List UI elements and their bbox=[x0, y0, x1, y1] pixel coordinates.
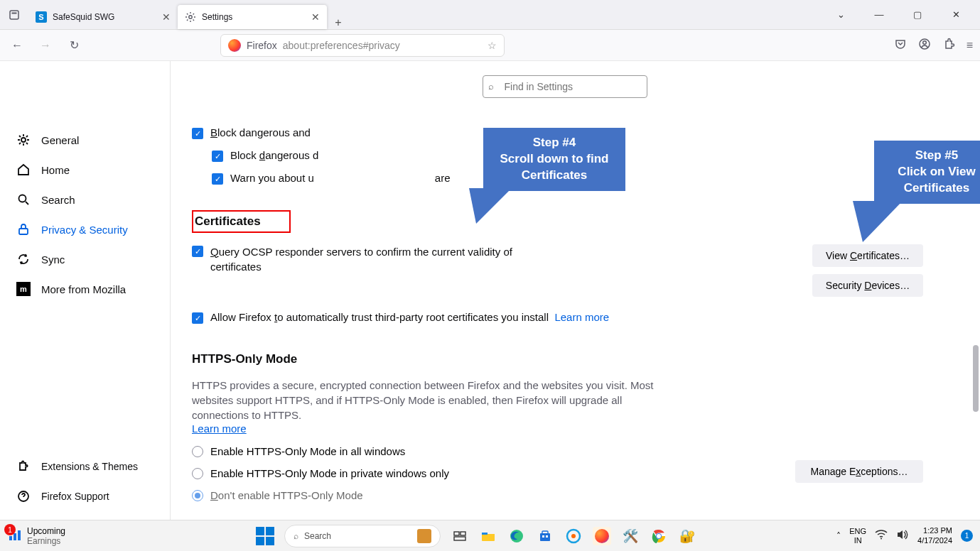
radio-https-dont-enable[interactable]: Don't enable HTTPS-Only Mode bbox=[192, 489, 937, 501]
settings-search-input[interactable] bbox=[483, 75, 647, 98]
sidebar-item-sync[interactable]: Sync bbox=[0, 244, 170, 274]
radio-checked-icon bbox=[192, 490, 203, 501]
url-bar[interactable]: Firefox about:preferences#privacy ☆ bbox=[220, 34, 505, 57]
tab-strip: S SafeSquid SWG ✕ Settings ✕ + bbox=[0, 0, 350, 29]
forward-button: → bbox=[36, 36, 55, 55]
checkbox-auto-trust-root-certs[interactable]: ✓ Allow Firefox to automatically trust t… bbox=[192, 311, 937, 324]
radio-unchecked-icon bbox=[192, 446, 203, 457]
app-icon-2[interactable]: 🛠️ bbox=[621, 527, 640, 545]
app-icon[interactable] bbox=[564, 527, 583, 545]
checkbox-checked-icon: ✓ bbox=[192, 312, 203, 324]
sync-icon bbox=[16, 251, 31, 267]
edge-icon[interactable] bbox=[507, 527, 526, 545]
svg-rect-20 bbox=[546, 535, 548, 538]
svg-point-22 bbox=[571, 534, 576, 538]
home-icon bbox=[16, 162, 31, 178]
sidebar-item-label: Firefox Support bbox=[41, 491, 109, 502]
checkbox-checked-icon: ✓ bbox=[212, 151, 223, 162]
maximize-button[interactable]: ▢ bbox=[903, 4, 932, 24]
identity-label: Firefox bbox=[247, 40, 277, 51]
callout-step-4: Step #4 Scroll down to find Certificates bbox=[483, 128, 625, 191]
account-icon[interactable] bbox=[918, 38, 931, 53]
wifi-icon[interactable] bbox=[875, 530, 888, 542]
svg-rect-7 bbox=[19, 229, 28, 234]
settings-main-panel: ⌕ ✓ Block dangerous and ✓ Block dangerou… bbox=[171, 61, 980, 520]
close-icon[interactable]: ✕ bbox=[162, 11, 171, 23]
sidebar-item-privacy[interactable]: Privacy & Security bbox=[0, 214, 170, 244]
reload-button[interactable]: ↻ bbox=[64, 36, 84, 55]
sidebar-item-support[interactable]: Firefox Support bbox=[0, 481, 170, 511]
security-devices-button[interactable]: Security Devices… bbox=[812, 274, 923, 297]
search-highlight-icon bbox=[417, 529, 431, 543]
gear-icon bbox=[185, 11, 196, 23]
extensions-icon[interactable] bbox=[942, 38, 955, 53]
task-view-icon[interactable] bbox=[451, 527, 469, 545]
search-icon: ⌕ bbox=[488, 81, 494, 92]
sidebar-item-label: Privacy & Security bbox=[41, 224, 128, 236]
minimize-button[interactable]: — bbox=[865, 4, 893, 24]
store-icon[interactable] bbox=[536, 527, 554, 545]
browser-titlebar: S SafeSquid SWG ✕ Settings ✕ + ⌄ — ▢ ✕ bbox=[0, 0, 980, 30]
taskbar-search[interactable]: ⌕ Search bbox=[284, 525, 441, 547]
checkbox-checked-icon: ✓ bbox=[212, 173, 223, 185]
tray-chevron-icon[interactable]: ˄ bbox=[836, 531, 841, 541]
search-icon: ⌕ bbox=[294, 531, 298, 541]
app-menu-icon[interactable]: ≡ bbox=[966, 39, 973, 52]
svg-rect-18 bbox=[542, 531, 548, 534]
new-tab-button[interactable]: + bbox=[327, 16, 350, 29]
close-icon[interactable]: ✕ bbox=[311, 11, 320, 23]
radio-https-all-windows[interactable]: Enable HTTPS-Only Mode in all windows bbox=[192, 445, 937, 457]
file-explorer-icon[interactable] bbox=[479, 527, 497, 545]
checkbox-checked-icon: ✓ bbox=[192, 128, 203, 139]
gear-icon bbox=[16, 132, 31, 148]
news-badge: 1 bbox=[4, 524, 16, 535]
manage-exceptions-button[interactable]: Manage Exceptions… bbox=[795, 460, 923, 483]
taskbar-clock[interactable]: 1:23 PM4/17/2024 bbox=[917, 526, 952, 545]
chrome-icon[interactable] bbox=[650, 527, 668, 545]
close-window-button[interactable]: ✕ bbox=[942, 4, 970, 24]
language-indicator[interactable]: ENGIN bbox=[849, 527, 866, 544]
svg-point-6 bbox=[19, 195, 26, 202]
svg-point-5 bbox=[21, 138, 26, 142]
page-scrollbar[interactable] bbox=[970, 61, 980, 515]
sidebar-item-label: Sync bbox=[41, 253, 65, 266]
svg-point-26 bbox=[881, 538, 882, 540]
https-only-heading: HTTPS-Only Mode bbox=[192, 352, 937, 366]
tab-settings[interactable]: Settings ✕ bbox=[178, 5, 327, 29]
pocket-icon[interactable] bbox=[894, 38, 907, 53]
mozilla-icon: m bbox=[16, 281, 31, 297]
windows-taskbar: 1 Upcoming Earnings ⌕ Search 🛠️ 🔐 ˄ ENGI… bbox=[0, 520, 980, 551]
url-text: about:preferences#privacy bbox=[283, 40, 400, 51]
firefox-taskbar-icon[interactable] bbox=[593, 527, 611, 545]
sidebar-item-label: More from Mozilla bbox=[41, 283, 126, 295]
scrollbar-thumb[interactable] bbox=[973, 345, 979, 412]
svg-rect-0 bbox=[10, 11, 18, 19]
volume-icon[interactable] bbox=[896, 529, 909, 542]
app-icon-3[interactable]: 🔐 bbox=[678, 527, 696, 545]
search-icon bbox=[16, 192, 31, 207]
tab-safesquid[interactable]: S SafeSquid SWG ✕ bbox=[28, 5, 178, 29]
back-button[interactable]: ← bbox=[7, 36, 27, 55]
checkbox-ocsp-query[interactable]: ✓ Query OCSP responder servers to confir… bbox=[192, 244, 516, 274]
notification-badge[interactable]: 1 bbox=[961, 530, 973, 542]
view-certificates-button[interactable]: View Certificates… bbox=[812, 244, 923, 267]
learn-more-link[interactable]: Learn more bbox=[192, 422, 247, 435]
sidebar-item-label: General bbox=[41, 134, 79, 146]
svg-rect-1 bbox=[12, 12, 17, 13]
tab-title: SafeSquid SWG bbox=[53, 12, 114, 22]
bookmark-star-icon[interactable]: ☆ bbox=[488, 40, 497, 51]
list-all-tabs-button[interactable]: ⌄ bbox=[826, 4, 855, 24]
learn-more-link[interactable]: Learn more bbox=[554, 311, 609, 323]
sidebar-item-general[interactable]: General bbox=[0, 125, 170, 155]
sidebar-item-extensions[interactable]: Extensions & Themes bbox=[0, 452, 170, 481]
sidebar-item-home[interactable]: Home bbox=[0, 155, 170, 185]
svg-point-25 bbox=[657, 534, 661, 538]
start-button[interactable] bbox=[256, 527, 274, 545]
sidebar-item-more-mozilla[interactable]: m More from Mozilla bbox=[0, 274, 170, 304]
taskbar-news-widget[interactable]: 1 Upcoming Earnings bbox=[0, 526, 65, 546]
workspaces-button[interactable] bbox=[0, 0, 28, 29]
safesquid-favicon: S bbox=[36, 11, 47, 23]
settings-content: General Home Search Privacy & Security S… bbox=[0, 61, 980, 520]
firefox-icon bbox=[228, 39, 241, 52]
sidebar-item-search[interactable]: Search bbox=[0, 185, 170, 214]
